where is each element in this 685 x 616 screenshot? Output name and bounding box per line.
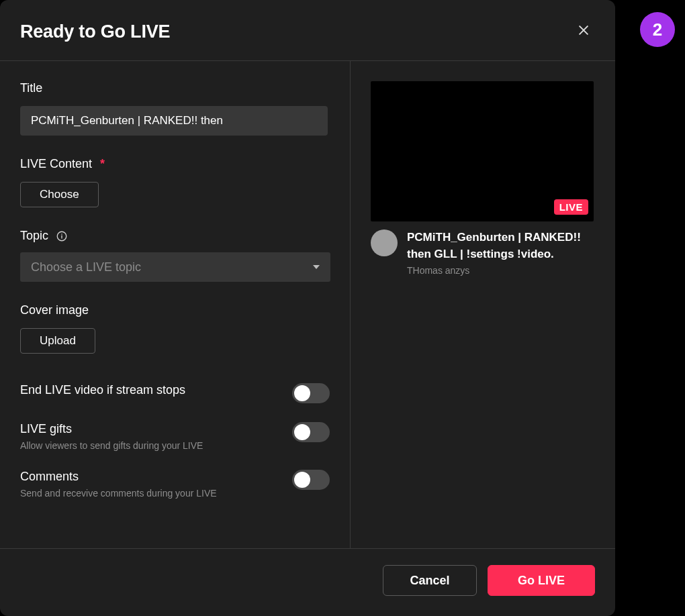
topic-label-text: Topic — [20, 229, 48, 243]
title-label: Title — [20, 81, 330, 95]
comments-sub: Send and recevive comments during your L… — [20, 488, 217, 499]
title-input[interactable] — [20, 106, 328, 136]
comments-toggle[interactable] — [292, 470, 330, 490]
cancel-button[interactable]: Cancel — [383, 565, 477, 596]
toggle-knob — [294, 472, 310, 488]
preview-panel: LIVE PCMiTH_Genburten | RANKED!! then GL… — [351, 61, 615, 548]
live-gifts-label: LIVE gifts — [20, 422, 203, 436]
row-comments: Comments Send and recevive comments duri… — [20, 470, 330, 499]
form-panel: Title LIVE Content* Choose Topic — [0, 61, 351, 548]
chevron-down-icon — [313, 265, 320, 269]
dialog-title: Ready to Go LIVE — [20, 21, 170, 42]
live-gifts-toggle[interactable] — [292, 422, 330, 442]
end-on-stop-label: End LIVE video if stream stops — [20, 383, 185, 397]
close-icon — [577, 23, 590, 40]
dialog-body: Title LIVE Content* Choose Topic — [0, 61, 615, 548]
preview-user: THomas anzys — [407, 265, 595, 276]
go-live-button[interactable]: Go LIVE — [488, 565, 595, 596]
video-preview: LIVE — [371, 81, 594, 221]
avatar — [371, 229, 398, 256]
cover-image-label: Cover image — [20, 303, 330, 317]
upload-cover-button[interactable]: Upload — [20, 328, 95, 354]
topic-placeholder: Choose a LIVE topic — [31, 260, 141, 274]
toggle-knob — [294, 385, 310, 401]
field-topic: Topic Choose a LIVE topic — [20, 229, 330, 282]
step-badge: 2 — [640, 12, 675, 47]
info-icon[interactable] — [55, 229, 68, 243]
row-end-on-stop: End LIVE video if stream stops — [20, 383, 330, 403]
dialog-footer: Cancel Go LIVE — [0, 548, 615, 616]
field-title: Title — [20, 81, 330, 136]
choose-content-button[interactable]: Choose — [20, 182, 99, 207]
required-asterisk: * — [100, 157, 105, 171]
topic-select[interactable]: Choose a LIVE topic — [20, 252, 330, 282]
preview-title: PCMiTH_Genburten | RANKED!! then GLL | !… — [407, 229, 595, 262]
toggle-knob — [294, 424, 310, 440]
field-live-content: LIVE Content* Choose — [20, 157, 330, 207]
topic-label: Topic — [20, 229, 330, 243]
live-content-label: LIVE Content* — [20, 157, 330, 171]
comments-label: Comments — [20, 470, 217, 484]
svg-point-4 — [61, 234, 62, 235]
live-content-label-text: LIVE Content — [20, 157, 92, 171]
go-live-dialog: Ready to Go LIVE Title LIVE Content* Cho… — [0, 0, 615, 616]
preview-meta: PCMiTH_Genburten | RANKED!! then GLL | !… — [371, 229, 595, 276]
field-cover-image: Cover image Upload — [20, 303, 330, 354]
end-on-stop-toggle[interactable] — [292, 383, 330, 403]
live-gifts-sub: Allow viewers to send gifts during your … — [20, 440, 203, 451]
live-badge: LIVE — [554, 199, 588, 215]
dialog-header: Ready to Go LIVE — [0, 0, 615, 61]
close-button[interactable] — [572, 20, 595, 43]
row-live-gifts: LIVE gifts Allow viewers to send gifts d… — [20, 422, 330, 451]
